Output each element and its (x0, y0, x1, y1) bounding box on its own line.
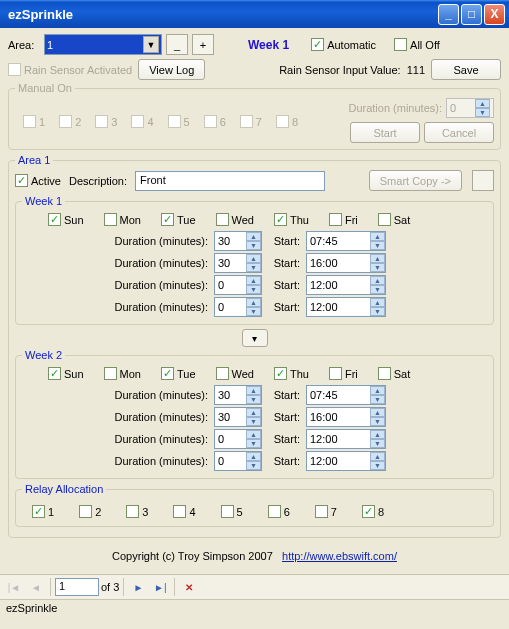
duration-input[interactable]: 0▲▼ (214, 297, 262, 317)
nav-last-button[interactable]: ►| (150, 578, 170, 596)
alloff-checkbox[interactable]: All Off (394, 38, 440, 51)
checkbox-icon (311, 38, 324, 51)
checkbox-icon (32, 505, 45, 518)
manual-relay-1: 1 (23, 115, 45, 128)
checkbox-icon (274, 367, 287, 380)
duration-input[interactable]: 30▲▼ (214, 253, 262, 273)
day-sat-checkbox[interactable]: Sat (378, 213, 411, 226)
start-time-input[interactable]: 12:00▲▼ (306, 275, 386, 295)
start-label: Start: (272, 411, 300, 423)
manual-relay-5: 5 (168, 115, 190, 128)
close-button[interactable]: X (484, 4, 505, 25)
schedule-row: Duration (minutes): 30▲▼ Start: 07:45▲▼ (22, 384, 487, 406)
day-sat-checkbox[interactable]: Sat (378, 367, 411, 380)
start-time-input[interactable]: 12:00▲▼ (306, 451, 386, 471)
checkbox-icon (276, 115, 289, 128)
duration-label: Duration (minutes): (108, 411, 208, 423)
duration-input[interactable]: 0▲▼ (214, 429, 262, 449)
day-tue-checkbox[interactable]: Tue (161, 213, 196, 226)
day-thu-checkbox[interactable]: Thu (274, 367, 309, 380)
manual-duration-label: Duration (minutes): (348, 102, 442, 114)
rain-value: 111 (407, 64, 425, 76)
minimize-button[interactable]: _ (438, 4, 459, 25)
collapse-button[interactable]: ▾ (242, 329, 268, 347)
start-time-input[interactable]: 07:45▲▼ (306, 385, 386, 405)
duration-input[interactable]: 30▲▼ (214, 385, 262, 405)
smart-copy-target-button[interactable] (472, 170, 494, 191)
checkbox-icon (221, 505, 234, 518)
relay-4-checkbox[interactable]: 4 (173, 505, 195, 518)
area-select[interactable]: 1 ▼ (44, 34, 162, 55)
day-fri-checkbox[interactable]: Fri (329, 213, 358, 226)
manual-duration-input: 0 ▲▼ (446, 98, 494, 118)
area-value: 1 (47, 39, 53, 51)
day-sun-checkbox[interactable]: Sun (48, 367, 84, 380)
start-time-input[interactable]: 12:00▲▼ (306, 297, 386, 317)
day-mon-checkbox[interactable]: Mon (104, 213, 141, 226)
nav-delete-button[interactable]: ✕ (179, 578, 199, 596)
checkbox-icon (15, 174, 28, 187)
add-area-button[interactable]: + (192, 34, 214, 55)
remove-area-button[interactable]: _ (166, 34, 188, 55)
smart-copy-button: Smart Copy -> (369, 170, 462, 191)
day-wed-checkbox[interactable]: Wed (216, 367, 254, 380)
start-label: Start: (272, 389, 300, 401)
day-wed-checkbox[interactable]: Wed (216, 213, 254, 226)
manual-relay-3: 3 (95, 115, 117, 128)
day-tue-checkbox[interactable]: Tue (161, 367, 196, 380)
save-button[interactable]: Save (431, 59, 501, 80)
start-time-input[interactable]: 16:00▲▼ (306, 407, 386, 427)
relay-7-checkbox[interactable]: 7 (315, 505, 337, 518)
duration-input[interactable]: 0▲▼ (214, 451, 262, 471)
manual-start-button: Start (350, 122, 420, 143)
duration-label: Duration (minutes): (108, 455, 208, 467)
description-label: Description: (69, 175, 127, 187)
start-time-input[interactable]: 07:45▲▼ (306, 231, 386, 251)
nav-first-button: |◄ (4, 578, 24, 596)
relay-2-checkbox[interactable]: 2 (79, 505, 101, 518)
relay-5-checkbox[interactable]: 5 (221, 505, 243, 518)
maximize-button[interactable]: □ (461, 4, 482, 25)
duration-input[interactable]: 30▲▼ (214, 407, 262, 427)
checkbox-icon (161, 213, 174, 226)
manual-relay-2: 2 (59, 115, 81, 128)
area-label: Area: (8, 39, 40, 51)
schedule-row: Duration (minutes): 0▲▼ Start: 12:00▲▼ (22, 296, 487, 318)
relay-3-checkbox[interactable]: 3 (126, 505, 148, 518)
area1-group: Area 1 Active Description: Front Smart C… (8, 154, 501, 538)
relay-6-checkbox[interactable]: 6 (268, 505, 290, 518)
manual-relay-7: 7 (240, 115, 262, 128)
active-checkbox[interactable]: Active (15, 174, 61, 187)
nav-next-button[interactable]: ► (128, 578, 148, 596)
day-thu-checkbox[interactable]: Thu (274, 213, 309, 226)
day-sun-checkbox[interactable]: Sun (48, 213, 84, 226)
day-mon-checkbox[interactable]: Mon (104, 367, 141, 380)
start-label: Start: (272, 257, 300, 269)
duration-input[interactable]: 0▲▼ (214, 275, 262, 295)
duration-input[interactable]: 30▲▼ (214, 231, 262, 251)
checkbox-icon (274, 213, 287, 226)
checkbox-icon (173, 505, 186, 518)
duration-label: Duration (minutes): (108, 433, 208, 445)
manual-cancel-button: Cancel (424, 122, 494, 143)
automatic-checkbox[interactable]: Automatic (311, 38, 376, 51)
status-bar: ezSprinkle (0, 599, 509, 619)
description-input[interactable]: Front (135, 171, 325, 191)
titlebar: ezSprinkle _ □ X (0, 0, 509, 28)
start-label: Start: (272, 235, 300, 247)
week-indicator: Week 1 (248, 38, 289, 52)
week2-legend: Week 2 (22, 349, 65, 361)
relay-8-checkbox[interactable]: 8 (362, 505, 384, 518)
start-time-input[interactable]: 16:00▲▼ (306, 253, 386, 273)
website-link[interactable]: http://www.ebswift.com/ (282, 550, 397, 562)
start-label: Start: (272, 301, 300, 313)
schedule-row: Duration (minutes): 30▲▼ Start: 07:45▲▼ (22, 230, 487, 252)
checkbox-icon (126, 505, 139, 518)
checkbox-icon (79, 505, 92, 518)
start-label: Start: (272, 455, 300, 467)
view-log-button[interactable]: View Log (138, 59, 205, 80)
nav-page-input[interactable]: 1 (55, 578, 99, 596)
day-fri-checkbox[interactable]: Fri (329, 367, 358, 380)
start-time-input[interactable]: 12:00▲▼ (306, 429, 386, 449)
relay-1-checkbox[interactable]: 1 (32, 505, 54, 518)
